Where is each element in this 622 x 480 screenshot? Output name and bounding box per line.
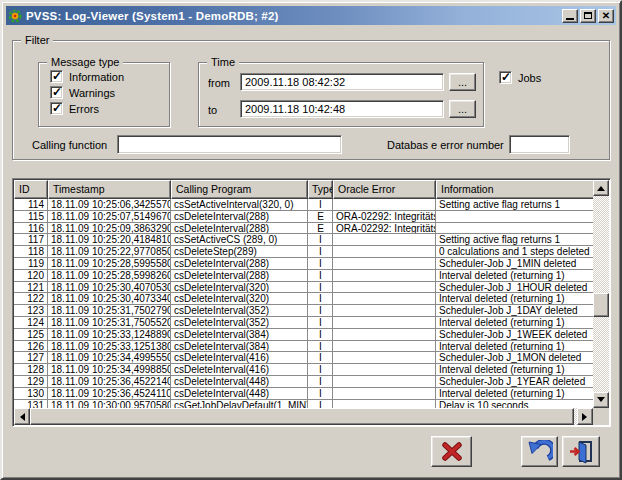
refresh-button[interactable] bbox=[521, 436, 558, 467]
cell-oracle-error bbox=[333, 352, 436, 363]
cell-oracle-error bbox=[333, 400, 436, 408]
table-row[interactable]: 126 18.11.09 10:25:33,125138000 csDelete… bbox=[14, 341, 593, 353]
cell-oracle-error bbox=[333, 282, 436, 293]
cell-oracle-error bbox=[333, 246, 436, 257]
cell-type: E bbox=[308, 211, 333, 222]
cell-calling-program: csDeleteInterval(288) bbox=[171, 211, 308, 222]
time-to-label: to bbox=[208, 104, 217, 116]
cell-timestamp: 18.11.09 10:25:30,407053000 bbox=[48, 282, 171, 293]
scroll-down-button[interactable] bbox=[593, 392, 609, 408]
column-header-calling-program[interactable]: Calling Program bbox=[171, 180, 308, 199]
table-row[interactable]: 118 18.11.09 10:25:22,977085000 csDelete… bbox=[14, 246, 593, 258]
table-row[interactable]: 121 18.11.09 10:25:30,407053000 csDelete… bbox=[14, 282, 593, 294]
cell-oracle-error bbox=[333, 258, 436, 269]
vertical-scrollbar[interactable] bbox=[593, 180, 609, 408]
minimize-icon bbox=[566, 18, 574, 20]
cell-calling-program: csDeleteInterval(288) bbox=[171, 270, 308, 281]
table-row[interactable]: 124 18.11.09 10:25:31,750552000 csDelete… bbox=[14, 317, 593, 329]
table-row[interactable]: 125 18.11.09 10:25:33,124889000 csDelete… bbox=[14, 329, 593, 341]
table-row[interactable]: 128 18.11.09 10:25:34,499885000 csDelete… bbox=[14, 364, 593, 376]
cell-id: 118 bbox=[14, 246, 48, 257]
cell-type: I bbox=[308, 341, 333, 352]
cell-id: 125 bbox=[14, 329, 48, 340]
table-row[interactable]: 131 18.11.09 10:30:00,957058000 csGetJob… bbox=[14, 400, 593, 408]
cell-information: Scheduler-Job J_1YEAR deleted bbox=[436, 376, 593, 387]
calling-function-input[interactable] bbox=[117, 135, 342, 154]
column-header-timestamp[interactable]: Timestamp bbox=[48, 180, 171, 199]
horizontal-scrollbar[interactable] bbox=[14, 408, 593, 425]
cell-type: I bbox=[308, 388, 333, 399]
table-row[interactable]: 116 18.11.09 10:25:09,386329000 csDelete… bbox=[14, 223, 593, 235]
database-error-number-label: Databas e error number bbox=[387, 139, 504, 151]
cell-calling-program: csDeleteInterval(416) bbox=[171, 364, 308, 375]
cell-type: I bbox=[308, 234, 333, 245]
cell-type: I bbox=[308, 270, 333, 281]
cell-timestamp: 18.11.09 10:25:31,750279000 bbox=[48, 305, 171, 316]
horizontal-scroll-thumb[interactable] bbox=[30, 408, 574, 425]
cell-calling-program: csDeleteInterval(352) bbox=[171, 317, 308, 328]
titlebar[interactable]: PVSS: Log-Viewer (System1 - DemoRDB; #2)… bbox=[6, 6, 616, 25]
cell-calling-program: csDeleteInterval(384) bbox=[171, 341, 308, 352]
window-title: PVSS: Log-Viewer (System1 - DemoRDB; #2) bbox=[26, 10, 279, 22]
cell-information: Setting active flag returns 1 bbox=[436, 234, 593, 245]
cell-information: Scheduler-Job J_1HOUR deleted bbox=[436, 282, 593, 293]
jobs-checkbox-label: Jobs bbox=[518, 72, 541, 84]
close-button[interactable]: ✕ bbox=[598, 9, 614, 23]
column-header-information[interactable]: Information bbox=[436, 180, 595, 199]
scroll-left-button[interactable] bbox=[14, 408, 30, 425]
cell-information: Interval deleted (returning 1) bbox=[436, 293, 593, 304]
cell-id: 119 bbox=[14, 258, 48, 269]
cell-calling-program: csGetJobDelayDefault(1_MIN) bbox=[171, 400, 308, 408]
cell-timestamp: 18.11.09 10:25:28,599558000 bbox=[48, 258, 171, 269]
table-row[interactable]: 117 18.11.09 10:25:20,418481000 csSetAct… bbox=[14, 234, 593, 246]
table-row[interactable]: 130 18.11.09 10:25:36,452411000 csDelete… bbox=[14, 388, 593, 400]
information-checkbox-label: Information bbox=[69, 71, 124, 83]
table-row[interactable]: 129 18.11.09 10:25:36,452214000 csDelete… bbox=[14, 376, 593, 388]
time-from-input[interactable] bbox=[240, 73, 444, 91]
close-icon: ✕ bbox=[602, 11, 610, 21]
cell-type: I bbox=[308, 364, 333, 375]
database-error-number-input[interactable] bbox=[509, 135, 570, 154]
clear-button[interactable] bbox=[431, 436, 472, 467]
cell-information: Scheduler-Job J_1MON deleted bbox=[436, 352, 593, 363]
jobs-checkbox[interactable] bbox=[499, 71, 512, 84]
errors-checkbox[interactable] bbox=[50, 102, 63, 115]
scroll-right-button[interactable] bbox=[577, 408, 593, 425]
information-checkbox[interactable] bbox=[50, 70, 63, 83]
cell-timestamp: 18.11.09 10:25:20,418481000 bbox=[48, 234, 171, 245]
column-header-oracle-error[interactable]: Oracle Error bbox=[333, 180, 436, 199]
cell-type: I bbox=[308, 305, 333, 316]
arrow-right-icon bbox=[582, 413, 591, 421]
table-row[interactable]: 122 18.11.09 10:25:30,407334000 csDelete… bbox=[14, 293, 593, 305]
cell-calling-program: csSetActiveCS (289, 0) bbox=[171, 234, 308, 245]
column-header-type[interactable]: Type bbox=[308, 180, 333, 199]
maximize-icon bbox=[584, 12, 592, 19]
scroll-up-button[interactable] bbox=[593, 180, 609, 196]
table-row[interactable]: 114 18.11.09 10:25:06,342557000 csSetAct… bbox=[14, 199, 593, 211]
minimize-button[interactable] bbox=[562, 9, 578, 23]
arrow-left-icon bbox=[16, 413, 25, 421]
table-row[interactable]: 120 18.11.09 10:25:28,599826000 csDelete… bbox=[14, 270, 593, 282]
cell-calling-program: csDeleteInterval(352) bbox=[171, 305, 308, 316]
cell-timestamp: 18.11.09 10:25:22,977085000 bbox=[48, 246, 171, 257]
table-row[interactable]: 119 18.11.09 10:25:28,599558000 csDelete… bbox=[14, 258, 593, 270]
column-header-id[interactable]: ID bbox=[14, 180, 48, 199]
time-from-label: from bbox=[208, 77, 230, 89]
time-to-browse-label: ... bbox=[458, 103, 467, 115]
cell-id: 129 bbox=[14, 376, 48, 387]
time-to-browse-button[interactable]: ... bbox=[449, 100, 476, 118]
time-from-browse-button[interactable]: ... bbox=[449, 73, 476, 91]
cell-information: Scheduler-Job J_1DAY deleted bbox=[436, 305, 593, 316]
exit-button[interactable] bbox=[562, 436, 600, 467]
cell-calling-program: csDeleteInterval(448) bbox=[171, 376, 308, 387]
maximize-button[interactable] bbox=[580, 9, 596, 23]
cell-id: 126 bbox=[14, 341, 48, 352]
table-row[interactable]: 123 18.11.09 10:25:31,750279000 csDelete… bbox=[14, 305, 593, 317]
vertical-scroll-thumb[interactable] bbox=[593, 293, 609, 317]
table-row[interactable]: 127 18.11.09 10:25:34,499555000 csDelete… bbox=[14, 352, 593, 364]
cell-id: 122 bbox=[14, 293, 48, 304]
table-row[interactable]: 115 18.11.09 10:25:07,514967000 csDelete… bbox=[14, 211, 593, 223]
cell-oracle-error bbox=[333, 364, 436, 375]
time-to-input[interactable] bbox=[240, 100, 444, 118]
warnings-checkbox[interactable] bbox=[50, 86, 63, 99]
